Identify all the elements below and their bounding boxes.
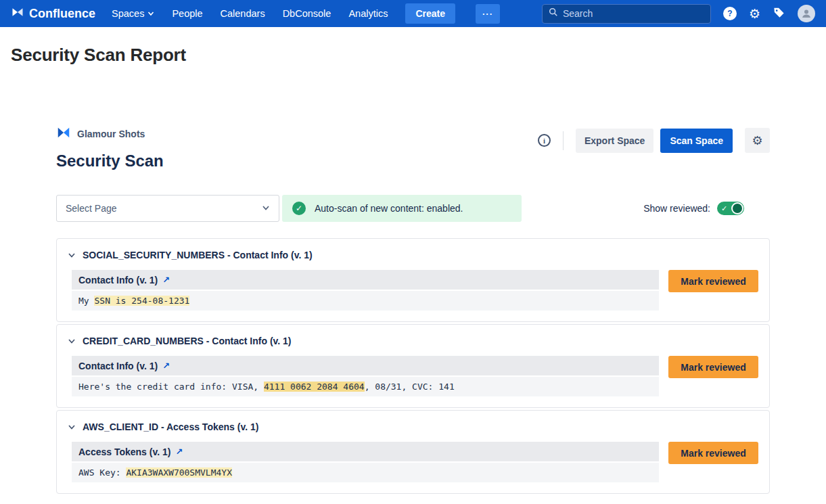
space-logo-icon — [56, 125, 71, 142]
finding-card-credit-card: CREDIT_CARD_NUMBERS - Contact Info (v. 1… — [56, 324, 770, 408]
finding-result: Contact Info (v. 1) ↗ Here's the credit … — [72, 356, 659, 396]
finding-title: CREDIT_CARD_NUMBERS - Contact Info (v. 1… — [83, 336, 292, 346]
nav-item-people[interactable]: People — [172, 8, 202, 19]
scan-space-button[interactable]: Scan Space — [660, 129, 733, 153]
finding-card-ssn: SOCIAL_SECURITY_NUMBERS - Contact Info (… — [56, 238, 770, 322]
help-icon[interactable]: ? — [723, 7, 737, 20]
check-icon: ✓ — [292, 202, 306, 215]
chevron-down-icon — [262, 203, 270, 214]
snippet-highlight: SSN is 254-08-1231 — [94, 296, 189, 306]
snippet-highlight: 4111 0062 2084 4604 — [264, 382, 365, 392]
snippet-text: , 08/31, CVC: 141 — [365, 382, 455, 392]
finding-title: AWS_CLIENT_ID - Access Tokens (v. 1) — [83, 421, 258, 432]
page-title: Security Scan Report — [11, 45, 826, 66]
finding-snippet: AWS Key: AKIA3WAXW700SMVLM4YX — [72, 463, 659, 482]
autoscan-status-text: Auto-scan of new content: enabled. — [315, 203, 463, 214]
section-heading: Security Scan — [56, 152, 164, 170]
open-link-icon[interactable]: ↗ — [162, 275, 170, 285]
toggle-knob — [731, 202, 743, 214]
source-page-label: Contact Info (v. 1) — [78, 275, 158, 285]
nav-item-calendars[interactable]: Calendars — [221, 8, 265, 19]
source-page-label: Contact Info (v. 1) — [78, 361, 158, 371]
autoscan-status-banner: ✓ Auto-scan of new content: enabled. — [282, 195, 522, 222]
avatar[interactable] — [798, 5, 815, 22]
space-name: Glamour Shots — [77, 129, 145, 139]
snippet-text: AWS Key: — [78, 467, 126, 478]
snippet-text: My — [78, 296, 94, 306]
chevron-down-icon — [68, 337, 76, 345]
nav-item-analytics[interactable]: Analytics — [348, 8, 388, 19]
create-button[interactable]: Create — [405, 3, 455, 24]
more-button[interactable]: ··· — [476, 4, 500, 24]
confluence-logo-icon — [11, 5, 24, 22]
open-link-icon[interactable]: ↗ — [175, 446, 183, 457]
search-icon — [549, 7, 558, 20]
finding-snippet: My SSN is 254-08-1231 — [72, 291, 659, 311]
select-page-dropdown[interactable]: Select Page — [56, 195, 279, 222]
main-content: Glamour Shots Security Scan i Export Spa… — [56, 125, 770, 494]
controls-row: Select Page ✓ Auto-scan of new content: … — [56, 195, 770, 222]
show-reviewed-toggle[interactable]: ✓ — [717, 202, 744, 215]
section-left: Glamour Shots Security Scan — [56, 125, 164, 170]
chevron-down-icon — [68, 423, 76, 431]
snippet-highlight: AKIA3WAXW700SMVLM4YX — [126, 467, 232, 478]
divider — [563, 131, 564, 150]
confluence-logo[interactable]: Confluence — [11, 5, 95, 22]
top-nav: Confluence Spaces People Calendars DbCon… — [0, 0, 826, 27]
nav-item-dbconsole[interactable]: DbConsole — [283, 8, 331, 19]
finding-header[interactable]: SOCIAL_SECURITY_NUMBERS - Contact Info (… — [68, 250, 758, 260]
nav-item-spaces[interactable]: Spaces — [112, 8, 154, 19]
finding-result: Contact Info (v. 1) ↗ My SSN is 254-08-1… — [72, 270, 659, 311]
finding-snippet: Here's the credit card info: VISA, 4111 … — [72, 377, 659, 396]
gear-icon: ⚙ — [752, 133, 762, 148]
finding-card-aws-key: AWS_CLIENT_ID - Access Tokens (v. 1) Acc… — [56, 410, 770, 494]
check-icon: ✓ — [721, 204, 727, 213]
scan-settings-button[interactable]: ⚙ — [745, 128, 770, 153]
mark-reviewed-button[interactable]: Mark reviewed — [668, 270, 758, 292]
finding-result: Access Tokens (v. 1) ↗ AWS Key: AKIA3WAX… — [72, 442, 659, 482]
select-page-value: Select Page — [66, 203, 117, 214]
mark-reviewed-button[interactable]: Mark reviewed — [668, 442, 758, 464]
nav-links: Spaces People Calendars DbConsole Analyt… — [112, 8, 388, 19]
source-page-label: Access Tokens (v. 1) — [78, 446, 170, 457]
section-actions: i Export Space Scan Space ⚙ — [538, 128, 770, 153]
mark-reviewed-button[interactable]: Mark reviewed — [668, 356, 758, 378]
finding-header[interactable]: AWS_CLIENT_ID - Access Tokens (v. 1) — [68, 421, 758, 432]
space-link[interactable]: Glamour Shots — [56, 125, 164, 142]
finding-header[interactable]: CREDIT_CARD_NUMBERS - Contact Info (v. 1… — [68, 336, 758, 346]
tag-icon[interactable] — [773, 6, 785, 22]
settings-icon[interactable]: ⚙ — [749, 7, 760, 20]
show-reviewed-label: Show reviewed: — [643, 203, 710, 214]
export-space-button[interactable]: Export Space — [576, 129, 653, 153]
search-box[interactable] — [542, 4, 711, 24]
open-link-icon[interactable]: ↗ — [162, 361, 170, 371]
info-icon[interactable]: i — [538, 134, 551, 147]
search-input[interactable] — [563, 8, 704, 19]
finding-title: SOCIAL_SECURITY_NUMBERS - Contact Info (… — [83, 250, 313, 260]
chevron-down-icon — [68, 251, 76, 259]
findings-list: SOCIAL_SECURITY_NUMBERS - Contact Info (… — [56, 238, 770, 494]
chevron-down-icon — [147, 8, 154, 19]
snippet-text: Here's the credit card info: VISA, — [78, 382, 264, 392]
brand-name: Confluence — [29, 7, 95, 21]
